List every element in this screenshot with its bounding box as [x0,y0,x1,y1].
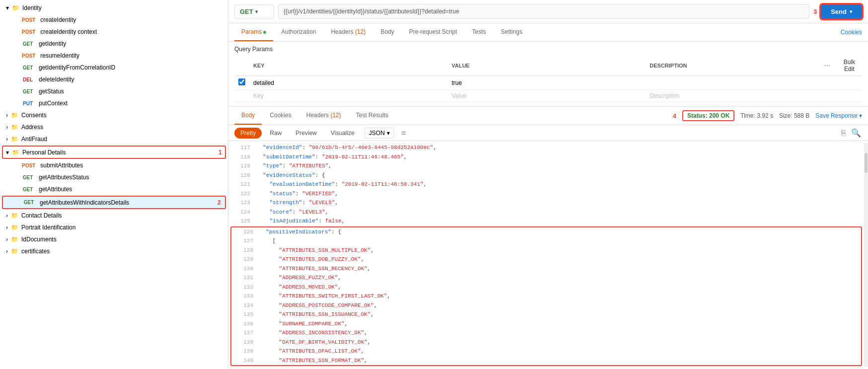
json-line: 117 "evidenceId": "96/61b/b-4r5/-46e3-84… [228,143,864,152]
format-tab-pretty[interactable]: Pretty [234,128,262,139]
response-tab-test-results-label: Test Results [356,112,388,119]
chevron-right-icon: › [6,236,8,243]
sidebar-folder-certificates[interactable]: › 📁 certificates [0,245,228,257]
endpoint-getstatus[interactable]: GET getStatus [0,85,228,97]
endpoint-getattributesstatus[interactable]: GET getAttributesStatus [0,171,228,183]
json-line: 130 "ATTRIBUTES_SSN_RECENCY_OK", [231,264,861,274]
endpoint-getidentityfromcorrelationid[interactable]: GET getIdentityFromCorrelationID [0,62,228,74]
json-line: 139 "ATTRIBUTES_OFAC_LIST_OK", [231,347,861,356]
method-badge-get: GET [20,186,36,193]
params-dot [263,31,266,34]
format-tab-visualize[interactable]: Visualize [325,128,361,139]
params-checkbox-col-header [234,56,249,76]
params-desc-header: DESCRIPTION [646,56,818,76]
sidebar-folder-personal-details[interactable]: ▾ 📁 Personal Details 1 [2,146,226,159]
json-code: "ADDRESS_INCONSISTENCY_OK", [259,329,367,337]
line-number: 133 [235,292,253,300]
cookies-link[interactable]: Cookies [841,29,862,36]
line-number: 117 [232,144,250,152]
tab-tests[interactable]: Tests [465,23,493,41]
json-line: 127 [ [231,236,861,246]
folder-icon: 📁 [12,149,19,156]
tab-body[interactable]: Body [373,23,401,41]
param-key-placeholder[interactable]: Key [249,90,447,102]
tab-settings[interactable]: Settings [494,23,529,41]
endpoint-createidentity[interactable]: POST createIdentity [0,14,228,26]
line-number: 136 [235,320,253,328]
sidebar-folder-address[interactable]: › 📁 Address [0,121,228,133]
json-code: "SURNAME_COMPARE_OK", [259,320,348,328]
endpoint-submitattributes[interactable]: POST submitAttributes [0,159,228,171]
more-options-button[interactable]: ··· [822,60,832,71]
json-display: 117 "evidenceId": "96/61b/b-4r5/-46e3-84… [228,141,868,369]
bulk-edit-button[interactable]: Bulk Edit [841,58,858,74]
endpoint-resumeidentity[interactable]: POST resumeIdentity [0,50,228,62]
line-number: 139 [235,347,253,356]
json-line: 136 "SURNAME_COMPARE_OK", [231,319,861,329]
sidebar-folder-antifraud[interactable]: › 📁 AntiFraud [0,133,228,145]
tab-params[interactable]: Params [234,23,273,41]
scrollbar[interactable] [864,143,868,367]
url-input[interactable] [278,4,809,19]
search-button[interactable]: 🔍 [850,127,862,139]
sidebar-folder-portrait-id[interactable]: › 📁 Portrait Identification [0,221,228,233]
filter-button[interactable]: ≡ [398,128,409,139]
json-code: "ADDRESS_FUZZY_OK", [259,274,341,282]
method-badge-post: POST [20,29,37,35]
method-badge-post: POST [20,162,37,169]
sidebar-folder-personal-details-label: Personal Details [22,149,66,156]
method-badge-get: GET [21,199,37,206]
tab-authorization[interactable]: Authorization [274,23,323,41]
param-key: detailed [249,76,447,90]
endpoint-createidentity-context[interactable]: POST createIdentity context [0,26,228,38]
json-format-select[interactable]: JSON ▾ [364,128,394,139]
sidebar-folder-iddocuments[interactable]: › 📁 IdDocuments [0,233,228,245]
response-tab-body[interactable]: Body [234,107,262,125]
chevron-down-icon: ▾ [6,149,9,156]
json-line: 138 "DATE_OF_BIRTH_VALIDITY_OK", [231,338,861,347]
sidebar-folder-contact-details-label: Contact Details [21,212,62,219]
endpoint-label: getStatus [39,88,64,95]
sidebar-folder-consents[interactable]: › 📁 Consents [0,109,228,121]
format-tab-raw[interactable]: Raw [264,128,288,139]
sidebar-folder-identity[interactable]: ▾ 📁 Identity [0,2,228,14]
response-size: Size: 588 B [779,112,809,119]
scrollbar-thumb[interactable] [865,153,868,173]
endpoint-putcontext[interactable]: PUT putContext [0,97,228,109]
endpoint-label: createIdentity [40,16,76,23]
json-code: "ADDRESS_POSTCODE_COMPARE_OK", [259,301,377,310]
format-tab-preview[interactable]: Preview [289,128,323,139]
param-row-empty: Key Value Description [234,90,862,102]
folder-icon: 📁 [11,224,18,231]
response-tab-cookies[interactable]: Cookies [263,107,298,125]
save-response-button[interactable]: Save Response ▾ [815,112,862,119]
response-tab-test-results[interactable]: Test Results [349,107,395,125]
json-code: "ADDRESS_MOVED_OK", [259,283,341,292]
endpoint-getidentity[interactable]: GET getIdentity [0,38,228,50]
tab-params-label: Params [241,28,262,35]
json-line: 134 "ADDRESS_POSTCODE_COMPARE_OK", [231,301,861,310]
response-headers-count: (12) [330,112,341,119]
tab-prerequest[interactable]: Pre-request Script [402,23,464,41]
endpoint-getattributeswithdetails[interactable]: GET getAttributesWithIndicatorsDetails 2 [2,196,226,209]
endpoint-label: deleteIdentity [39,76,74,83]
endpoint-deleteidentity[interactable]: DEL deleteIdentity [0,74,228,85]
endpoint-label: resumeIdentity [40,52,79,59]
param-value-placeholder[interactable]: Value [447,90,646,102]
method-select[interactable]: GET ▾ [234,4,274,19]
response-tab-headers[interactable]: Headers (12) [299,107,348,125]
response-tab-cookies-label: Cookies [270,112,291,119]
param-checkbox[interactable] [238,78,245,85]
send-button[interactable]: Send ▾ [821,4,862,19]
params-value-header: VALUE [447,56,646,76]
chevron-right-icon: › [6,136,8,143]
json-line: 123 "strength": "LEVEL5", [228,198,864,208]
json-code: "positiveIndicators": { [259,228,341,236]
copy-button[interactable]: ⎘ [840,127,847,139]
param-desc-placeholder[interactable]: Description [646,90,818,102]
json-code: "evidenceId": "96/61b/b-4r5/-46e3-8445-9… [256,144,436,152]
sidebar-folder-contact-details[interactable]: › 📁 Contact Details [0,210,228,221]
line-number: 118 [232,153,250,161]
tab-headers[interactable]: Headers (12) [324,23,372,41]
endpoint-getattributes[interactable]: GET getAttributes [0,183,228,195]
